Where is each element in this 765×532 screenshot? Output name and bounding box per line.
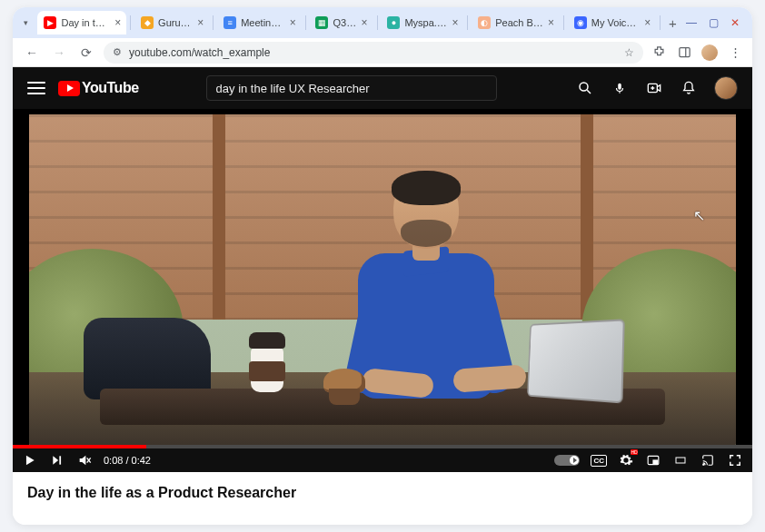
svg-rect-0 — [679, 48, 689, 57]
svg-rect-4 — [618, 84, 621, 90]
next-button[interactable] — [49, 452, 65, 468]
browser-window: ▾ ▶ Day in the life a × ◆ GuruShape × ≡ … — [13, 7, 752, 525]
tab-title: GuruShape — [158, 17, 193, 28]
address-bar[interactable]: ⚙ youtube.com/watch_example ☆ — [104, 42, 643, 64]
search-icon[interactable] — [576, 79, 594, 97]
miniplayer-button[interactable] — [645, 452, 661, 468]
browser-toolbar: ← → ⟳ ⚙ youtube.com/watch_example ☆ ⋮ — [13, 38, 752, 67]
close-icon[interactable]: × — [548, 17, 554, 28]
cursor-icon: ↖ — [693, 207, 705, 224]
settings-button[interactable]: HD — [618, 452, 634, 468]
tab-peach-bank[interactable]: ◐ Peach Bank Gr × — [472, 11, 560, 34]
side-panel-icon[interactable] — [676, 44, 692, 61]
tab-strip: ▾ ▶ Day in the life a × ◆ GuruShape × ≡ … — [13, 7, 752, 38]
youtube-header: YouTube day in the life UX Researcher — [13, 67, 752, 109]
circle-favicon-icon: ● — [387, 16, 400, 29]
close-icon[interactable]: × — [362, 17, 368, 28]
youtube-page: YouTube day in the life UX Researcher — [13, 67, 752, 525]
extensions-icon[interactable] — [651, 44, 667, 61]
forward-button[interactable]: → — [49, 43, 69, 63]
tab-title: Peach Bank Gr — [495, 17, 543, 28]
play-button[interactable] — [22, 452, 38, 468]
window-controls: — ▢ ✕ — [685, 16, 747, 29]
autoplay-toggle[interactable] — [554, 455, 580, 466]
svg-line-3 — [587, 90, 591, 94]
account-avatar[interactable] — [714, 76, 738, 100]
video-player[interactable]: ↖ 0:08 / 0:42 — [13, 109, 752, 472]
reload-button[interactable]: ⟳ — [76, 43, 96, 63]
tab-gurushape[interactable]: ◆ GuruShape × — [134, 11, 209, 34]
video-title: Day in the life as a Product Researcher — [13, 472, 752, 501]
site-info-icon[interactable]: ⚙ — [113, 46, 122, 58]
player-controls: 0:08 / 0:42 CC HD — [13, 448, 752, 472]
sheets-favicon-icon: ▦ — [315, 16, 328, 29]
close-icon[interactable]: × — [290, 17, 296, 28]
new-tab-button[interactable]: + — [664, 12, 681, 34]
bookmark-icon[interactable]: ☆ — [624, 46, 634, 59]
hamburger-icon[interactable] — [27, 82, 45, 94]
theater-button[interactable] — [672, 452, 689, 468]
close-icon[interactable]: × — [452, 17, 458, 28]
youtube-play-icon — [58, 81, 80, 96]
tab-myspa[interactable]: ● Myspa.House × — [381, 11, 463, 34]
tab-youtube[interactable]: ▶ Day in the life a × — [37, 11, 126, 34]
tab-title: Meeting notes — [241, 17, 284, 28]
circle-favicon-icon: ◉ — [574, 16, 587, 29]
search-input[interactable]: day in the life UX Researcher — [206, 75, 497, 101]
cast-button[interactable] — [700, 452, 716, 468]
youtube-favicon-icon: ▶ — [44, 16, 56, 29]
mute-button[interactable] — [76, 452, 93, 468]
tab-title: Q3 stats — [333, 17, 356, 28]
tab-title: Day in the life a — [61, 17, 110, 28]
close-window-icon[interactable]: ✕ — [729, 16, 741, 29]
svg-point-2 — [580, 83, 588, 91]
url-text: youtube.com/watch_example — [129, 46, 617, 59]
video-frame — [29, 114, 736, 445]
profile-avatar[interactable] — [701, 44, 718, 61]
tab-scroll-icon[interactable]: ▾ — [18, 13, 34, 33]
search-text: day in the life UX Researcher — [216, 82, 370, 95]
svg-rect-13 — [653, 460, 658, 464]
voice-search-icon[interactable] — [611, 79, 629, 97]
svg-rect-9 — [59, 456, 61, 464]
peach-favicon-icon: ◐ — [478, 16, 491, 29]
minimize-icon[interactable]: — — [685, 16, 698, 29]
extension-area: ⋮ — [651, 44, 743, 61]
time-display: 0:08 / 0:42 — [104, 455, 151, 466]
svg-point-15 — [703, 464, 704, 465]
close-icon[interactable]: × — [644, 17, 651, 28]
tab-q3-stats[interactable]: ▦ Q3 stats × — [309, 11, 373, 34]
docs-favicon-icon: ≡ — [224, 16, 236, 29]
back-button[interactable]: ← — [22, 43, 42, 63]
tab-title: Myspa.House — [404, 17, 447, 28]
create-icon[interactable] — [645, 79, 663, 97]
flame-favicon-icon: ◆ — [141, 16, 154, 29]
close-icon[interactable]: × — [114, 17, 121, 28]
settings-badge-icon: HD — [631, 449, 638, 455]
fullscreen-button[interactable] — [727, 452, 743, 468]
kebab-menu-icon[interactable]: ⋮ — [727, 44, 743, 61]
notifications-icon[interactable] — [680, 79, 698, 97]
tab-title: My Voice Journ — [591, 17, 640, 28]
youtube-logo[interactable]: YouTube — [58, 80, 139, 96]
close-icon[interactable]: × — [197, 17, 204, 28]
svg-rect-14 — [676, 458, 685, 463]
tab-voice-journal[interactable]: ◉ My Voice Journ × — [568, 11, 656, 34]
youtube-wordmark: YouTube — [82, 80, 139, 96]
captions-button[interactable]: CC — [591, 455, 607, 467]
tab-meeting-notes[interactable]: ≡ Meeting notes × — [217, 11, 301, 34]
maximize-icon[interactable]: ▢ — [707, 16, 720, 29]
